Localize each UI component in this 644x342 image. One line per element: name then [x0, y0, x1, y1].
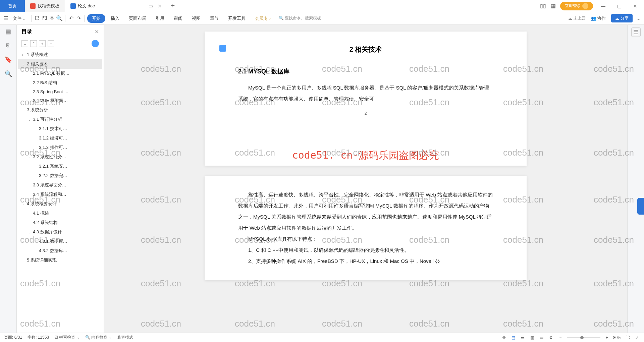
login-label: 立即登录 [565, 3, 581, 9]
outline-collapse-all[interactable]: ⌄ [21, 40, 28, 47]
toolbar-more-icon[interactable]: ⌄ [635, 15, 641, 21]
outline-list[interactable]: ›1 系统概述⌄2 相关技术2.1 MYSQL 数据…2.2 B/S 结构2.3… [17, 50, 104, 333]
menu-reference[interactable]: 引用 [152, 14, 168, 23]
right-rail: ☰ [627, 25, 644, 333]
outline-item[interactable]: 4.1 概述 [18, 209, 102, 218]
outline-item[interactable]: 2.3 Spring Boot … [18, 88, 102, 96]
spell-check[interactable]: ☑ 拼写检查 ⌄ [54, 335, 80, 340]
menu-page-layout[interactable]: 页面布局 [125, 14, 150, 23]
window-minimize[interactable]: — [597, 0, 609, 12]
page-marker-icon [219, 45, 226, 52]
menu-devtools[interactable]: 开发工具 [224, 14, 250, 23]
titlebar: 首页 找稻壳模板 论文.doc ▭ ✕ + ▯▯ ▦ 立即登录 — ▢ ✕ [0, 0, 644, 12]
outline-item[interactable]: 4.3.1 数据库… [18, 237, 102, 246]
tab-document[interactable]: 论文.doc ▭ ✕ [65, 0, 167, 12]
view-page-icon[interactable]: ▤ [511, 335, 517, 341]
outline-item[interactable]: 3.1.3 操作可… [18, 143, 102, 152]
share-button[interactable]: ☁ 分享 [611, 14, 633, 22]
outline-item[interactable]: 3.1.1 技术可… [18, 124, 102, 133]
window-maximize[interactable]: ▢ [613, 0, 625, 12]
view-web-icon[interactable]: ▥ [529, 335, 535, 341]
outline-item[interactable]: 3.4 系统流程和… [18, 190, 102, 199]
menu-review[interactable]: 审阅 [170, 14, 186, 23]
document-page-2: 靠性高、运行速度快、多线程、跨平台性、完全网络化、稳定性等，非常适用于 Web … [205, 176, 527, 280]
avatar-icon [582, 3, 588, 9]
zoom-out-icon[interactable]: − [557, 335, 564, 341]
outline-rail-icon[interactable]: ▤ [4, 27, 12, 36]
template-icon [30, 3, 36, 9]
tab-template[interactable]: 找稻壳模板 [25, 0, 65, 12]
preview-icon[interactable]: 🔍 [56, 15, 62, 21]
outline-item[interactable]: 3.2.1 系统安… [18, 162, 102, 171]
outline-item[interactable]: ⌄2 相关技术 [18, 59, 102, 69]
menu-chapter[interactable]: 章节 [206, 14, 223, 23]
view-outline-icon[interactable]: ☰ [520, 335, 526, 341]
page-number: 2 [238, 111, 493, 116]
outline-close-icon[interactable]: ✕ [95, 28, 99, 35]
search-command[interactable]: 🔍 查找命令、搜索模板 [276, 14, 324, 22]
menu-icon[interactable]: ☰ [3, 15, 9, 21]
apps-icon[interactable]: ▦ [550, 3, 556, 9]
menu-start[interactable]: 开始 [87, 14, 105, 23]
search-rail-icon[interactable]: 🔍 [4, 70, 12, 78]
outline-item[interactable]: ⌄3.2 系统性能分… [18, 152, 102, 162]
right-panel-icon[interactable]: ☰ [631, 27, 641, 37]
left-rail: ▤ ⎘ 🔖 🔍 [0, 25, 17, 333]
collab-button[interactable]: 👥 协作 [588, 14, 608, 23]
menu-view[interactable]: 视图 [188, 14, 205, 23]
outline-item[interactable]: 3.2.2 数据完… [18, 171, 102, 180]
copy-rail-icon[interactable]: ⎘ [4, 42, 12, 50]
page-indicator[interactable]: 页面: 6/31 [4, 335, 22, 340]
reading-mode-icon[interactable]: ▯▯ [540, 3, 546, 9]
outline-ai-icon[interactable] [92, 40, 99, 47]
eye-icon[interactable]: 👁 [501, 335, 507, 341]
login-button[interactable]: 立即登录 [560, 2, 593, 10]
outline-item[interactable]: 3.1.2 经济可… [18, 133, 102, 143]
fit-icon[interactable]: ⛶ [625, 335, 631, 341]
outline-item[interactable]: ⌄3.1 可行性分析 [18, 115, 102, 124]
tab-screen-icon[interactable]: ▭ [149, 3, 153, 9]
outline-item[interactable]: 4.3.2 数据库… [18, 246, 102, 255]
zoom-in-icon[interactable]: + [604, 335, 610, 341]
menu-insert[interactable]: 插入 [107, 14, 123, 23]
zoom-level[interactable]: 80% [613, 335, 621, 340]
tab-close-icon[interactable]: ✕ [158, 3, 162, 9]
bookmark-rail-icon[interactable]: 🔖 [4, 56, 12, 64]
outline-item[interactable]: 3.3 系统界面分… [18, 180, 102, 190]
content-check[interactable]: 🔍 内容检查 ⌄ [85, 335, 112, 340]
word-count[interactable]: 字数: 11553 [28, 335, 49, 340]
tab-home[interactable]: 首页 [0, 0, 25, 12]
menu-vip[interactable]: 会员专 › [251, 14, 275, 23]
window-close[interactable]: ✕ [629, 0, 641, 12]
outline-expand-all[interactable]: ⌃ [30, 40, 37, 47]
file-menu[interactable]: 文件 ⌄ [10, 14, 29, 23]
settings-icon[interactable]: ⚙ [548, 335, 554, 341]
tab-add-button[interactable]: + [167, 2, 179, 10]
save-icon[interactable]: 🖫 [34, 15, 40, 21]
save-as-icon[interactable]: 🖫 [42, 15, 48, 21]
outline-item[interactable]: ⌄4.3.数据库设计 [18, 227, 102, 237]
outline-item[interactable]: 2.1 MYSQL 数据… [18, 69, 102, 78]
view-read-icon[interactable]: ▭ [539, 335, 545, 341]
outline-item[interactable]: ⌄3 系统分析 [18, 105, 102, 115]
print-icon[interactable]: 🖶 [49, 15, 55, 21]
fullscreen-icon[interactable]: ⤢ [634, 335, 640, 341]
redo-icon[interactable]: ↷ [75, 15, 82, 21]
outline-remove[interactable]: − [48, 40, 54, 47]
main-area: ▤ ⎘ 🔖 🔍 目录 ✕ ⌄ ⌃ + − ›1 系统概述⌄2 相关技术2.1 M… [0, 25, 644, 333]
side-tab-handle[interactable] [637, 198, 644, 215]
doc-paragraph: 靠性高、运行速度快、多线程、跨平台性、完全网络化、稳定性等，非常适用于 Web … [238, 189, 493, 233]
document-area[interactable]: 2 相关技术 2.1 MYSQL 数据库 MySQL 是一个真正的多用户、多线程… [104, 25, 627, 333]
zoom-slider[interactable] [567, 337, 600, 338]
outline-item[interactable]: ›1 系统概述 [18, 50, 102, 59]
outline-item[interactable]: 5 系统详细实现 [18, 255, 102, 265]
outline-title: 目录 [21, 28, 32, 35]
doc-heading-1: 2 相关技术 [238, 45, 493, 54]
outline-item[interactable]: 4.2 系统结构 [18, 218, 102, 227]
outline-item[interactable]: ⌄4 系统概要设计 [18, 199, 102, 209]
outline-item[interactable]: 2.2 B/S 结构 [18, 78, 102, 88]
outline-item[interactable]: 2.4 VUE 框架简… [18, 96, 102, 105]
cloud-status[interactable]: ☁ 未上云 [568, 15, 586, 21]
undo-icon[interactable]: ↶ [68, 15, 74, 21]
outline-add[interactable]: + [39, 40, 46, 47]
